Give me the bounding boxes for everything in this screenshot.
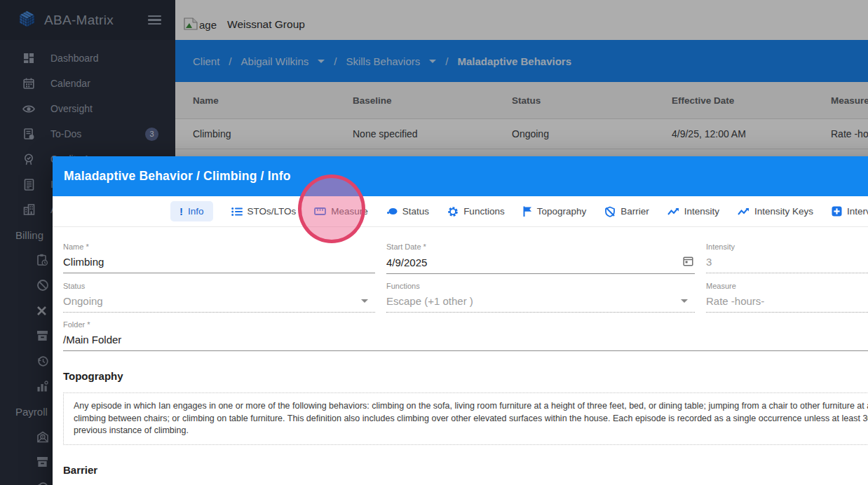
measure-field: Measure Rate -hours- [706,282,868,313]
field-label: Status [63,282,375,290]
field-label: Measure [706,282,868,290]
tab-info[interactable]: ! Info [170,201,213,221]
flag-icon [523,206,532,217]
tab-label: Barrier [621,206,649,217]
barrier-icon [604,206,616,217]
functions-field: Functions Escape (+1 other ) [386,282,695,313]
field-label: Start Date * [386,242,695,251]
tab-intensity-keys[interactable]: Intensity Keys [738,206,813,217]
tab-barrier[interactable]: Barrier [604,206,649,217]
tab-measure[interactable]: Measure [314,206,368,217]
topography-heading: Topography [63,370,868,382]
tab-interventions[interactable]: Interventions [832,206,868,217]
folder-input[interactable]: /Main Folder [63,334,121,346]
topography-text-line: climbing between chairs; or climbing on … [74,413,868,425]
tab-topography[interactable]: Topography [523,206,587,217]
field-label: Intensity [706,242,868,251]
dropdown-caret-icon [361,299,368,303]
name-field[interactable]: Name * Climbing [63,242,375,274]
barrier-heading: Barrier [63,464,868,476]
tab-status[interactable]: Status [386,206,429,217]
tab-label: Intensity [684,206,719,217]
status-dot-icon [386,207,398,215]
modal-title: Maladaptive Behavior / Climbing / Info [64,169,291,184]
name-input[interactable]: Climbing [63,256,104,268]
list-icon [231,207,243,217]
tab-label: Functions [463,206,505,217]
exclamation-icon: ! [179,207,183,216]
tab-label: Status [402,206,429,217]
start-date-field[interactable]: Start Date * 4/9/2025 [386,242,695,274]
field-label: Name * [63,242,375,251]
trend-icon [738,207,750,216]
gear-icon [447,206,459,217]
tab-label: Interventions [847,206,868,217]
plus-square-icon [832,206,842,217]
trend-icon [667,207,679,216]
field-label: Folder * [63,320,868,329]
start-date-input[interactable]: 4/9/2025 [386,257,427,268]
folder-field[interactable]: Folder * /Main Folder [63,320,868,351]
behavior-info-modal: Maladaptive Behavior / Climbing / Info !… [53,156,868,485]
calendar-picker-icon[interactable] [683,256,693,268]
field-grid: Name * Climbing Start Date * 4/9/2025 In… [63,242,868,313]
topography-text-line: previous instance of climbing. [74,425,868,437]
modal-title-bar: Maladaptive Behavior / Climbing / Info [53,156,868,196]
measure-value: Rate -hours- [706,295,764,307]
field-label: Functions [386,282,695,290]
ruler-icon [314,207,326,216]
topography-textarea: Any episode in which Ian engages in one … [63,392,868,445]
intensity-value: 3 [706,256,712,268]
topography-text-line: Any episode in which Ian engages in one … [74,400,868,413]
tab-label: Measure [331,206,368,217]
tab-label: Topography [537,206,587,217]
modal-tab-bar: ! Info STOs/LTOs Measure Status [53,196,868,227]
tab-label: Intensity Keys [754,206,813,217]
app-screen: ABA-Matrix Dashboard Calendar Oversi [0,0,868,485]
intensity-field: Intensity 3 [706,242,868,274]
status-value: Ongoing [63,295,103,307]
tab-functions[interactable]: Functions [447,206,505,217]
tab-stos-ltos[interactable]: STOs/LTOs [231,206,297,217]
functions-value: Escape (+1 other ) [386,295,473,307]
tab-intensity[interactable]: Intensity [667,206,719,217]
status-field: Status Ongoing [63,282,375,313]
tab-label: STOs/LTOs [247,206,297,217]
dropdown-caret-icon [681,299,688,303]
modal-content: Name * Climbing Start Date * 4/9/2025 In… [53,227,868,485]
tab-label: Info [188,206,204,217]
